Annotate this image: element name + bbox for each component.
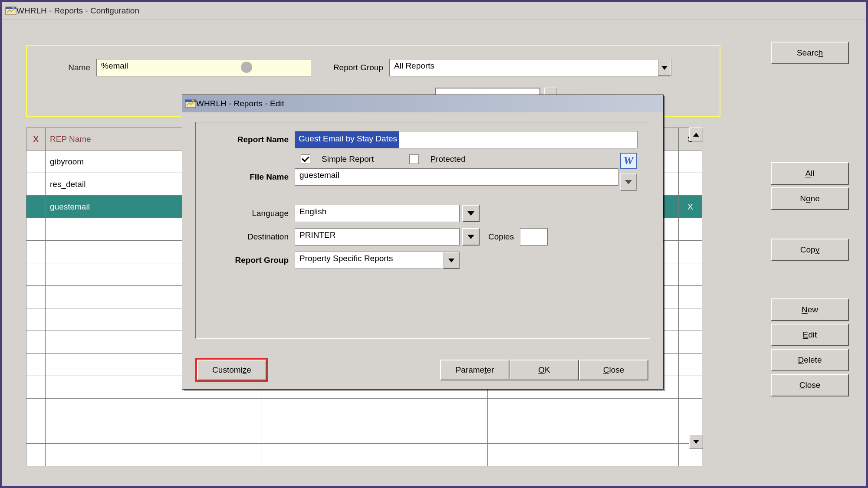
name-input[interactable]: %email [96, 59, 311, 76]
parameter-button[interactable]: Parameter [440, 360, 510, 380]
col-header-x[interactable]: X [26, 128, 46, 151]
protected-checkbox[interactable] [409, 154, 419, 164]
report-name-value: Guest Email by Stay Dates [295, 131, 399, 148]
copies-input[interactable] [520, 228, 548, 246]
edit-button[interactable]: Edit [771, 324, 849, 346]
simple-report-checkbox[interactable] [301, 154, 310, 164]
scroll-down-button[interactable] [689, 435, 703, 449]
copy-button[interactable]: Copy [771, 239, 849, 261]
report-group-label: Report Group [311, 63, 389, 72]
search-button[interactable]: Search [771, 42, 849, 64]
file-name-label: File Name [208, 172, 295, 182]
scroll-up-button[interactable] [689, 128, 703, 141]
file-name-value: guestemail [299, 170, 339, 180]
name-input-value: %email [101, 61, 128, 70]
svg-rect-1 [6, 7, 16, 9]
dialog-fields-frame: Report Name Guest Email by Stay Dates Si… [195, 122, 650, 339]
file-name-lov-button[interactable] [620, 174, 637, 191]
destination-lov-button[interactable] [462, 228, 480, 246]
dialog-titlebar[interactable]: WHRLH - Reports - Edit [182, 95, 663, 112]
action-button-panel: Search All None Copy New Edit Delete Clo… [771, 42, 849, 399]
dialog-close-button[interactable]: Close [579, 360, 648, 380]
language-value: English [299, 207, 326, 216]
language-input[interactable]: English [295, 205, 460, 222]
protected-label: Protected [430, 154, 465, 164]
destination-value: PRINTER [299, 230, 335, 239]
dropdown-arrow-icon[interactable] [658, 59, 671, 76]
file-name-input[interactable]: guestemail [295, 168, 618, 186]
svg-rect-3 [185, 100, 196, 102]
main-window-title: WHRLH - Reports - Configuration [16, 6, 139, 16]
cursor-indicator [241, 62, 252, 73]
report-group-field-label: Report Group [208, 255, 295, 265]
delete-button[interactable]: Delete [771, 349, 849, 371]
report-group-field-dropdown[interactable]: Property Specific Reports [295, 252, 460, 269]
report-group-field-value: Property Specific Reports [299, 254, 393, 263]
app-icon [5, 6, 16, 16]
dropdown-arrow-icon[interactable] [444, 252, 459, 269]
ok-button[interactable]: OK [510, 360, 579, 380]
main-window-titlebar: WHRLH - Reports - Configuration [2, 2, 866, 20]
table-row[interactable] [26, 421, 702, 444]
language-label: Language [208, 209, 295, 218]
report-name-label: Report Name [208, 135, 295, 144]
none-button[interactable]: None [771, 187, 849, 210]
table-row[interactable] [26, 399, 702, 421]
customize-button[interactable]: Customize [197, 360, 266, 380]
report-group-value: All Reports [394, 61, 434, 70]
language-lov-button[interactable] [462, 205, 480, 222]
report-name-input[interactable]: Guest Email by Stay Dates [295, 131, 638, 148]
dialog-button-bar: Customize Parameter OK Close [182, 360, 663, 380]
app-icon [185, 98, 196, 109]
close-button[interactable]: Close [771, 374, 849, 396]
copies-label: Copies [488, 232, 514, 242]
report-edit-dialog: WHRLH - Reports - Edit Report Name Guest… [182, 95, 664, 390]
dialog-title: WHRLH - Reports - Edit [196, 99, 284, 108]
report-group-dropdown[interactable]: All Reports [389, 59, 671, 76]
destination-input[interactable]: PRINTER [295, 228, 460, 246]
name-label: Name [27, 63, 96, 72]
new-button[interactable]: New [771, 298, 849, 321]
word-icon[interactable]: W [620, 153, 637, 169]
destination-label: Destination [208, 232, 295, 242]
table-row[interactable] [26, 444, 702, 466]
all-button[interactable]: All [771, 162, 849, 185]
simple-report-label: Simple Report [322, 154, 374, 164]
